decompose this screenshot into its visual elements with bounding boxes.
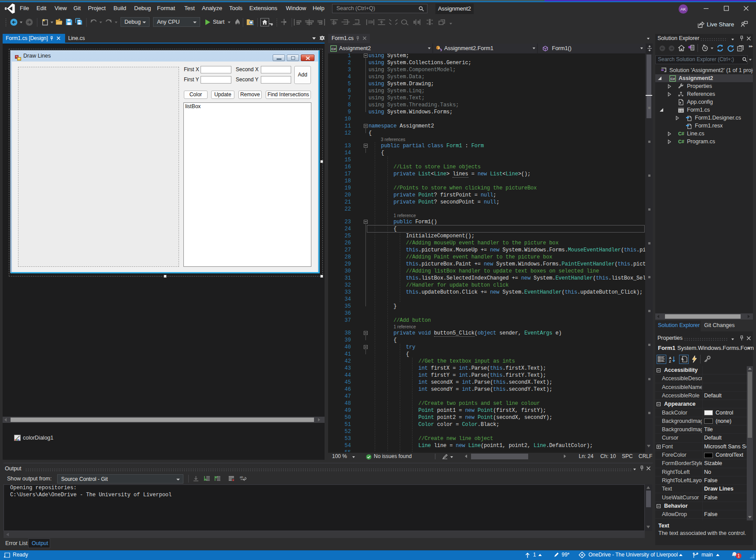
svg-text:C#: C# (678, 138, 684, 144)
svg-text:ab: ab (240, 476, 243, 479)
svg-text:C#: C# (331, 47, 336, 51)
svg-text:C#: C# (670, 76, 675, 80)
svg-text:Z: Z (669, 360, 671, 363)
svg-text:C#: C# (678, 131, 684, 136)
